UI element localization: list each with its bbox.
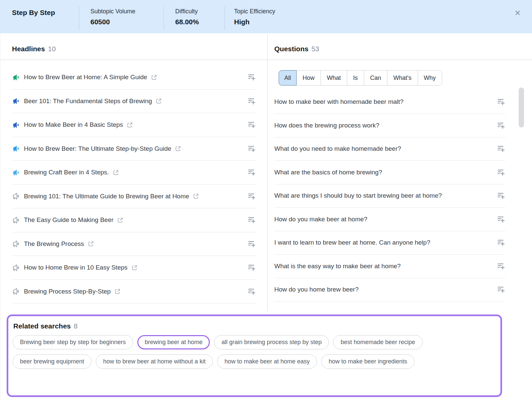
add-to-list-button[interactable]	[497, 98, 505, 106]
add-to-list-button[interactable]	[497, 121, 505, 130]
question-text: What do you need to make homemade beer?	[274, 145, 401, 152]
add-to-list-button[interactable]	[247, 192, 256, 201]
headline-link[interactable]: The Brewing Process	[24, 240, 84, 248]
stat-value: 68.00%	[175, 18, 224, 26]
related-search-pill[interactable]: how to brew beer at home without a kit	[96, 354, 213, 369]
add-to-list-button[interactable]	[497, 238, 505, 247]
megaphone-icon	[12, 169, 20, 176]
tab-whats[interactable]: What's	[387, 71, 418, 85]
external-link-icon[interactable]	[193, 193, 199, 199]
add-to-list-button[interactable]	[247, 97, 256, 105]
headline-link[interactable]: How to Home Brew in 10 Easy Steps	[24, 264, 128, 271]
headline-link[interactable]: Brewing Craft Beer in 4 Steps.	[24, 169, 109, 176]
headline-link[interactable]: How to Brew Beer at Home: A Simple Guide	[24, 74, 147, 81]
headline-row: Brewing 101: The Ultimate Guide to Brewi…	[12, 185, 256, 209]
megaphone-icon	[12, 121, 20, 129]
headlines-panel: Headlines 10 How to Brew Beer at Home: A…	[0, 33, 267, 311]
tab-why[interactable]: Why	[418, 71, 442, 85]
question-row: I want to learn to brew beer at home. Ca…	[274, 231, 505, 255]
question-row: How do you make beer at home?	[274, 208, 505, 231]
add-to-list-button[interactable]	[247, 73, 256, 82]
subtopic-title: Step By Step	[12, 8, 79, 17]
headlines-count: 10	[48, 45, 56, 53]
scrollbar-thumb[interactable]	[519, 88, 524, 127]
question-row: How to make beer with homemade beer malt…	[274, 91, 505, 114]
tab-can[interactable]: Can	[364, 71, 387, 85]
stat-subtopic-volume: Subtopic Volume 60500	[79, 7, 164, 30]
add-to-list-button[interactable]	[497, 144, 505, 153]
related-search-pill[interactable]: best homemade beer recipe	[333, 335, 422, 349]
tab-all[interactable]: All	[279, 70, 297, 86]
headline-row: The Easy Guide to Making Beer	[12, 208, 256, 232]
add-to-list-button[interactable]	[247, 263, 256, 272]
stat-label: Difficulty	[175, 8, 224, 15]
question-text: How does the brewing process work?	[274, 122, 379, 129]
question-row: What is the easy way to make beer at hom…	[274, 255, 505, 278]
tab-is[interactable]: Is	[347, 71, 364, 85]
add-to-list-button[interactable]	[247, 240, 256, 248]
related-search-pill[interactable]: how to make beer ingredients	[321, 354, 414, 369]
question-text: What is the easy way to make beer at hom…	[274, 263, 401, 270]
question-text: I want to learn to brew beer at home. Ca…	[274, 239, 430, 246]
add-to-list-button[interactable]	[247, 120, 256, 129]
question-row: What are the basics of home brewing?	[274, 161, 505, 184]
headlines-header: Headlines 10	[0, 33, 267, 60]
add-to-list-button[interactable]	[497, 215, 505, 224]
external-link-icon[interactable]	[117, 217, 123, 223]
add-to-list-button[interactable]	[247, 287, 256, 296]
external-link-icon[interactable]	[151, 74, 157, 81]
stat-label: Subtopic Volume	[90, 8, 164, 15]
headline-link[interactable]: Brewing Process Step-By-Step	[24, 288, 111, 295]
headline-link[interactable]: Brewing 101: The Ultimate Guide to Brewi…	[24, 193, 189, 200]
external-link-icon[interactable]	[88, 241, 94, 247]
add-to-list-button[interactable]	[247, 216, 256, 224]
related-searches-header: Related searches 8	[13, 322, 494, 330]
headline-row: How to Brew Beer: The Ultimate Step-by-S…	[12, 137, 256, 161]
add-to-list-button[interactable]	[497, 262, 505, 271]
question-text: How do you home brew beer?	[274, 286, 358, 293]
megaphone-icon	[12, 192, 20, 200]
tab-what[interactable]: What	[321, 71, 347, 85]
external-link-icon[interactable]	[156, 98, 162, 104]
tab-how[interactable]: How	[297, 71, 321, 85]
question-filter-tabs: All How What Is Can What's Why	[279, 70, 442, 86]
question-row: What do you need to make homemade beer?	[274, 137, 505, 161]
megaphone-icon	[12, 74, 20, 81]
stat-topic-efficiency: Topic Efficiency High	[224, 7, 275, 30]
add-to-list-button[interactable]	[497, 285, 505, 294]
add-to-list-button[interactable]	[247, 144, 256, 153]
headline-link[interactable]: How to Brew Beer: The Ultimate Step-by-S…	[24, 145, 171, 152]
related-searches-pills: Brewing beer step by step for beginners …	[13, 335, 494, 369]
questions-list: How to make beer with homemade beer malt…	[274, 91, 505, 302]
external-link-icon[interactable]	[113, 169, 119, 176]
add-to-list-button[interactable]	[247, 168, 256, 177]
related-search-pill[interactable]: beer brewing equipment	[13, 354, 91, 369]
headline-link[interactable]: How to Make Beer in 4 Basic Steps	[24, 121, 123, 128]
related-search-pill-highlighted[interactable]: brewing beer at home	[137, 335, 210, 349]
megaphone-icon	[12, 216, 20, 224]
stat-value: 60500	[90, 18, 164, 26]
headline-row: Brewing Process Step-By-Step	[12, 280, 256, 304]
external-link-icon[interactable]	[114, 288, 121, 295]
related-search-pill[interactable]: how to make beer at home easy	[217, 354, 317, 369]
related-search-pill[interactable]: all grain brewing process step by step	[214, 335, 329, 349]
headline-link[interactable]: The Easy Guide to Making Beer	[24, 216, 113, 224]
external-link-icon[interactable]	[175, 145, 181, 152]
questions-header: Questions 53	[268, 33, 532, 60]
headline-link[interactable]: Beer 101: The Fundamental Steps of Brewi…	[24, 98, 152, 105]
add-to-list-button[interactable]	[497, 191, 505, 200]
external-link-icon[interactable]	[131, 265, 138, 271]
headline-row: How to Brew Beer at Home: A Simple Guide	[12, 66, 256, 90]
megaphone-icon	[12, 145, 20, 152]
related-searches-section: Related searches 8 Brewing beer step by …	[7, 314, 502, 397]
external-link-icon[interactable]	[127, 122, 133, 128]
headline-row: Brewing Craft Beer in 4 Steps.	[12, 161, 256, 185]
add-to-list-button[interactable]	[497, 168, 505, 177]
headlines-list: How to Brew Beer at Home: A Simple Guide…	[12, 66, 256, 303]
related-search-pill[interactable]: Brewing beer step by step for beginners	[13, 335, 133, 349]
question-text: How to make beer with homemade beer malt…	[274, 98, 404, 105]
question-row: How does the brewing process work?	[274, 114, 505, 137]
megaphone-icon	[12, 264, 20, 272]
close-icon[interactable]: ✕	[513, 8, 523, 18]
subtopic-summary-bar: Step By Step Subtopic Volume 60500 Diffi…	[0, 0, 532, 33]
